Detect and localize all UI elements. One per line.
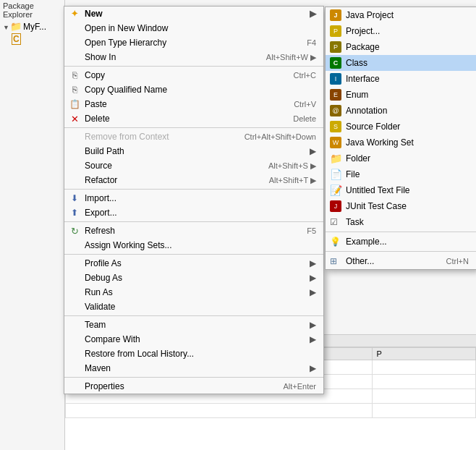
submenu-item-untitled-text-file[interactable]: 📝 Untitled Text File [326,182,476,198]
paste-shortcut: Ctrl+V [279,100,316,109]
sidebar-panel: Package Explorer ▼ 📁 MyF... C [0,0,65,450]
example-icon: 💡 [330,236,341,247]
menu-item-debug-as[interactable]: Debug As ▶ [64,271,323,285]
menu-item-show-in[interactable]: Show In Alt+Shift+W ▶ [64,50,323,64]
project-label: Project... [346,26,380,36]
menu-item-new[interactable]: ✦ New ▶ [64,7,323,21]
menu-item-open-type-hierarchy[interactable]: Open Type Hierarchy F4 [64,35,323,50]
junit-test-case-icon: J [330,200,341,212]
menu-item-open-new-window[interactable]: Open in New Window [64,21,323,35]
submenu-item-junit-test-case[interactable]: J JUnit Test Case [326,198,476,214]
separator-5 [64,254,323,255]
open-type-hierarchy-shortcut: F4 [292,38,316,47]
menu-item-copy-qualified[interactable]: ⎘ Copy Qualified Name [64,82,323,97]
folder-icon: 📁 [330,153,341,164]
class-label: Class [346,58,367,68]
submenu-item-class[interactable]: C Class [326,55,476,71]
debug-as-label: Debug As [85,273,122,283]
profile-as-label: Profile As [85,258,122,268]
interface-label: Interface [346,74,380,84]
submenu-separator-1 [326,232,476,232]
class-icon: C [330,57,341,69]
refactor-shortcut: Alt+Shift+T ▶ [255,176,316,185]
menu-item-export[interactable]: ⬆ Export... [64,205,323,220]
source-folder-icon: S [330,121,341,132]
menu-item-profile-as[interactable]: Profile As ▶ [64,256,323,271]
properties-shortcut: Alt+Enter [268,382,316,391]
menu-item-compare-with[interactable]: Compare With ▶ [64,332,323,347]
open-new-window-label: Open in New Window [85,23,168,33]
menu-item-validate[interactable]: Validate [64,300,323,314]
maven-label: Maven [85,363,111,373]
profile-as-arrow: ▶ [310,258,316,268]
submenu-item-package[interactable]: P Package [326,39,476,55]
menu-item-run-as[interactable]: Run As ▶ [64,285,323,300]
package-label: Package [346,42,380,52]
untitled-text-file-label: Untitled Text File [346,185,409,195]
submenu-item-interface[interactable]: I Interface [326,71,476,87]
copy-qualified-icon: ⎘ [69,84,80,95]
submenu-item-annotation[interactable]: @ Annotation [326,103,476,119]
tree-root[interactable]: ▼ 📁 MyF... [0,20,64,33]
menu-item-refresh[interactable]: ↻ Refresh F5 [64,224,323,238]
project-name: MyF... [23,22,46,32]
submenu-item-task[interactable]: ☑ Task [326,214,476,230]
menu-item-build-path[interactable]: Build Path ▶ [64,144,323,158]
collapse-icon: ▼ [3,24,9,30]
menu-item-copy[interactable]: ⎘ Copy Ctrl+C [64,68,323,82]
team-arrow: ▶ [310,320,316,330]
menu-item-paste[interactable]: 📋 Paste Ctrl+V [64,97,323,111]
enum-label: Enum [346,90,368,100]
show-in-shortcut: Alt+Shift+W ▶ [252,53,316,62]
java-working-set-icon: W [330,137,341,148]
submenu-item-java-working-set[interactable]: W Java Working Set [326,135,476,150]
separator-7 [64,377,323,378]
submenu-item-other[interactable]: ⊞ Other... Ctrl+N [326,253,476,269]
untitled-text-file-icon: 📝 [330,184,341,196]
menu-item-team[interactable]: Team ▶ [64,318,323,332]
submenu-item-source-folder[interactable]: S Source Folder [326,119,476,135]
debug-as-arrow: ▶ [310,273,316,283]
menu-item-source[interactable]: Source Alt+Shift+S ▶ [64,158,323,173]
team-label: Team [85,320,106,330]
submenu-new: J Java Project P Project... P Package C … [325,7,476,270]
copy-qualified-label: Copy Qualified Name [85,85,167,95]
import-icon: ⬇ [69,192,80,204]
other-shortcut: Ctrl+N [446,257,469,266]
col-p: P [372,348,475,360]
separator-1 [64,66,323,67]
example-label: Example... [346,237,387,247]
submenu-item-enum[interactable]: E Enum [326,87,476,103]
refresh-icon: ↻ [69,225,80,237]
package-explorer-label: Package Explorer [0,0,64,20]
submenu-item-project[interactable]: P Project... [326,23,476,39]
other-label: Other... [346,256,374,266]
menu-item-remove-context: Remove from Context Ctrl+Alt+Shift+Down [64,130,323,144]
submenu-separator-2 [326,251,476,252]
export-icon: ⬆ [69,207,80,218]
submenu-item-folder[interactable]: 📁 Folder [326,150,476,166]
new-icon: ✦ [69,8,80,20]
menu-item-properties[interactable]: Properties Alt+Enter [64,379,323,394]
project-icon: P [330,25,341,37]
submenu-item-file[interactable]: 📄 File [326,166,476,182]
menu-item-assign-working-sets[interactable]: Assign Working Sets... [64,238,323,252]
annotation-label: Annotation [346,106,387,116]
submenu-item-java-project[interactable]: J Java Project [326,7,476,23]
menu-item-import[interactable]: ⬇ Import... [64,191,323,205]
run-as-arrow: ▶ [310,287,316,297]
interface-icon: I [330,73,341,85]
context-menu: ✦ New ▶ Open in New Window Open Type Hie… [64,6,324,394]
menu-item-restore-local-history[interactable]: Restore from Local History... [64,347,323,361]
import-label: Import... [85,193,116,203]
delete-shortcut: Delete [279,114,316,123]
tree-child[interactable]: C [0,33,64,46]
validate-label: Validate [85,302,115,312]
menu-item-maven[interactable]: Maven ▶ [64,361,323,375]
menu-item-delete[interactable]: ✕ Delete Delete [64,111,323,126]
delete-icon: ✕ [69,113,80,124]
submenu-item-example[interactable]: 💡 Example... [326,234,476,250]
menu-item-refactor[interactable]: Refactor Alt+Shift+T ▶ [64,173,323,187]
paste-icon: 📋 [69,98,80,110]
copy-icon: ⎘ [69,69,80,81]
